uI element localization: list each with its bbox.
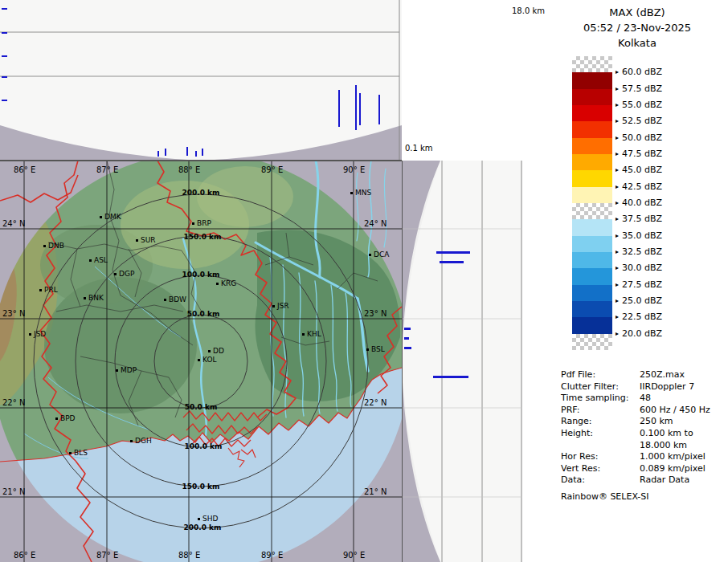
city-label: BDW (169, 295, 186, 303)
latitude-label: 21° N (2, 487, 25, 496)
dbz-arrow-icon: ▸ (616, 68, 619, 75)
longitude-label: 86° E (14, 551, 35, 560)
info-value: 0.100 km to 18.000 km (640, 428, 693, 451)
city-label: SHD (202, 515, 218, 523)
dbz-patch (572, 56, 612, 72)
dbz-arrow-icon: ▸ (616, 85, 619, 92)
info-label: Time sampling: (561, 393, 640, 405)
city-marker-dot (208, 350, 211, 352)
dbz-arrow-icon: ▸ (616, 313, 619, 320)
longitude-label: 90° E (343, 551, 365, 560)
dbz-label: ▸40.0 dBZ (616, 198, 662, 208)
dbz-patch (572, 154, 612, 170)
height-axis-tick (2, 100, 7, 101)
info-value: 48 (640, 393, 651, 405)
city-marker-dot (43, 245, 46, 247)
dbz-label: ▸32.5 dBZ (616, 246, 662, 257)
dbz-patch (572, 285, 612, 301)
city-marker-dot (100, 216, 102, 218)
radar-echo (355, 85, 357, 130)
city-marker-dot (130, 440, 133, 442)
info-label: Data: (561, 474, 640, 487)
city-label: BRP (197, 219, 211, 227)
dbz-label: ▸22.5 dBZ (616, 312, 662, 322)
height-axis-tick (2, 8, 7, 10)
dbz-arrow-icon: ▸ (616, 281, 619, 288)
radar-echo (186, 147, 188, 156)
info-value: 250Z.max (640, 369, 685, 381)
radar-echo (436, 251, 470, 254)
dbz-arrow-icon: ▸ (616, 297, 619, 304)
timestamp: 05:52 / 23-Nov-2025 (554, 20, 720, 35)
city-marker-dot (84, 297, 86, 299)
city-marker-dot (136, 239, 138, 242)
latitude-label: 23° N (2, 309, 25, 318)
dbz-arrow-icon: ▸ (616, 232, 619, 239)
longitude-label: 90° E (343, 165, 365, 174)
info-row: PRF:600 Hz / 450 Hz (561, 405, 722, 417)
dbz-colorbar (572, 56, 612, 350)
dbz-label: ▸47.5 dBZ (616, 149, 662, 159)
city-label: DMK (104, 213, 121, 221)
radar-echo (157, 151, 159, 157)
city-marker-dot (350, 192, 353, 194)
dbz-label: ▸55.0 dBZ (616, 100, 662, 110)
dbz-label: ▸35.0 dBZ (616, 230, 662, 241)
city-label: JSD (34, 330, 46, 338)
height-axis-tick (2, 76, 7, 78)
city-marker-dot (55, 417, 58, 420)
info-row: Vert Res:0.089 km/pixel (561, 463, 722, 475)
city-label: DNB (48, 242, 64, 250)
radar-display-window: MAX (dBZ) 05:52 / 23-Nov-2025 Kolkata ▸6… (0, 0, 728, 562)
info-value: 1.000 km/pixel (640, 451, 706, 463)
vertical-projection-top-panel[interactable] (0, 0, 402, 161)
city-marker-dot (272, 305, 275, 307)
city-label: BPD (60, 414, 76, 422)
dbz-label: ▸27.5 dBZ (616, 279, 662, 290)
radar-echo (404, 347, 411, 349)
radar-echo (440, 261, 464, 263)
dbz-patch (572, 252, 612, 268)
info-label: PRF: (561, 405, 640, 417)
range-ring-label: 100.0 km (177, 271, 225, 279)
city-label: KOL (202, 356, 217, 364)
range-ring-label: 200.0 km (177, 189, 225, 197)
dbz-arrow-icon: ▸ (616, 330, 619, 337)
station-name: Kolkata (554, 35, 720, 51)
dbz-arrow-icon: ▸ (616, 150, 619, 157)
info-value: 250 km (640, 416, 673, 428)
city-label: DGH (135, 437, 152, 445)
city-marker-dot (198, 518, 200, 520)
vertical-projection-right-panel[interactable] (402, 161, 522, 562)
city-label: MDP (121, 366, 137, 374)
city-marker-dot (192, 222, 194, 225)
info-row: Time sampling:48 (561, 393, 722, 405)
dbz-patch (572, 219, 612, 235)
city-label: JSR (277, 302, 289, 310)
latitude-label: 24° N (2, 219, 25, 228)
info-value: 0.089 km/pixel (640, 463, 706, 475)
range-ring-label: 50.0 km (179, 310, 227, 318)
radar-echo (195, 151, 197, 157)
city-marker-dot (164, 299, 166, 301)
dbz-label: ▸30.0 dBZ (616, 263, 662, 273)
info-label: Pdf File: (561, 369, 640, 381)
dbz-patch (572, 72, 612, 88)
dbz-arrow-icon: ▸ (616, 215, 619, 222)
dbz-patch (572, 170, 612, 186)
radar-echo (165, 149, 166, 156)
info-label: Range: (561, 416, 640, 428)
dbz-label: ▸25.0 dBZ (616, 295, 662, 306)
radar-echo (433, 376, 468, 378)
info-label: Hor Res: (561, 451, 640, 463)
longitude-label: 86° E (14, 165, 35, 174)
radar-echo (338, 90, 340, 127)
range-ring-label: 100.0 km (179, 442, 227, 450)
city-marker-dot (114, 273, 117, 275)
dbz-arrow-icon: ▸ (616, 248, 619, 255)
height-axis-max-label: 18.0 km (512, 6, 545, 15)
dbz-label: ▸52.5 dBZ (616, 116, 662, 126)
radar-echo (404, 337, 409, 340)
dbz-patch (572, 105, 612, 121)
dbz-label: ▸57.5 dBZ (616, 83, 662, 94)
